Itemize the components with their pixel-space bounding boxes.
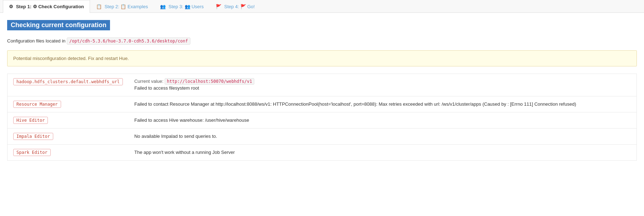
tab-check-config-label: Step 1: ⚙ Check Configuration <box>16 4 84 9</box>
table-row: Hive Editor Failed to access Hive wareho… <box>8 112 637 128</box>
config-path: /opt/cdh-5.3.6/hue-3.7.0-cdh5.3.6/deskto… <box>67 37 190 45</box>
webhdfs-current-value: http://localhost:50070/webhdfs/v1 <box>165 78 254 85</box>
main-content: Checking current configuration Configura… <box>0 13 644 168</box>
tab-examples[interactable]: 📋 Step 2: 📋 Examples <box>90 0 154 13</box>
go-icon: 🚩 <box>216 4 221 9</box>
impala-editor-message: No available Impalad to send queries to. <box>134 133 631 140</box>
check-current-value-row: Current value: http://localhost:50070/we… <box>134 78 631 85</box>
tab-users-label: Step 3: 👥 Users <box>169 4 204 9</box>
check-detail-cell: Failed to contact Resource Manager at ht… <box>129 96 637 112</box>
tab-go-label: Step 4: 🚩 Go! <box>224 4 255 9</box>
config-label: Configuration files located in <box>7 38 65 44</box>
checks-table: hadoop.hdfs_clusters.default.webhdfs_url… <box>7 74 637 161</box>
resource-manager-message: Failed to contact Resource Manager at ht… <box>134 101 631 108</box>
impala-editor-badge: Impala Editor <box>13 133 53 140</box>
check-badge-cell: hadoop.hdfs_clusters.default.webhdfs_url <box>8 74 129 96</box>
tab-examples-label: Step 2: 📋 Examples <box>105 4 148 9</box>
check-detail-cell: The app won't work without a running Job… <box>129 144 637 160</box>
check-detail-cell: Failed to access Hive warehouse: /user/h… <box>129 112 637 128</box>
current-value-label: Current value: <box>134 79 164 84</box>
check-badge-cell: Spark Editor <box>8 144 129 160</box>
warning-box: Potential misconfiguration detected. Fix… <box>7 50 637 66</box>
spark-editor-message: The app won't work without a running Job… <box>134 149 631 156</box>
check-detail-cell: No available Impalad to send queries to. <box>129 128 637 144</box>
check-badge-cell: Hive Editor <box>8 112 129 128</box>
users-icon: 👥 <box>160 4 166 9</box>
config-path-row: Configuration files located in /opt/cdh-… <box>7 37 637 45</box>
tab-go[interactable]: 🚩 Step 4: 🚩 Go! <box>210 0 261 13</box>
check-badge-cell: Resource Manager <box>8 96 129 112</box>
tabs-bar: ⚙ Step 1: ⚙ Check Configuration 📋 Step 2… <box>0 0 644 13</box>
webhdfs-message: Failed to access filesystem root <box>134 85 631 92</box>
tab-users[interactable]: 👥 Step 3: 👥 Users <box>154 0 210 13</box>
table-row: Impala Editor No available Impalad to se… <box>8 128 637 144</box>
check-badge-cell: Impala Editor <box>8 128 129 144</box>
spark-editor-badge: Spark Editor <box>13 149 51 156</box>
resource-manager-badge: Resource Manager <box>13 101 61 108</box>
table-row: Resource Manager Failed to contact Resou… <box>8 96 637 112</box>
warning-text: Potential misconfiguration detected. Fix… <box>13 56 129 61</box>
webhdfs-badge: hadoop.hdfs_clusters.default.webhdfs_url <box>13 78 123 85</box>
tab-check-config[interactable]: ⚙ Step 1: ⚙ Check Configuration <box>3 0 90 13</box>
hive-editor-message: Failed to access Hive warehouse: /user/h… <box>134 117 631 124</box>
table-row: Spark Editor The app won't work without … <box>8 144 637 160</box>
hive-editor-badge: Hive Editor <box>13 117 48 124</box>
gear-icon: ⚙ <box>9 4 13 9</box>
page-title: Checking current configuration <box>7 20 110 30</box>
table-row: hadoop.hdfs_clusters.default.webhdfs_url… <box>8 74 637 96</box>
check-detail-cell: Current value: http://localhost:50070/we… <box>129 74 637 96</box>
examples-icon: 📋 <box>96 4 102 9</box>
